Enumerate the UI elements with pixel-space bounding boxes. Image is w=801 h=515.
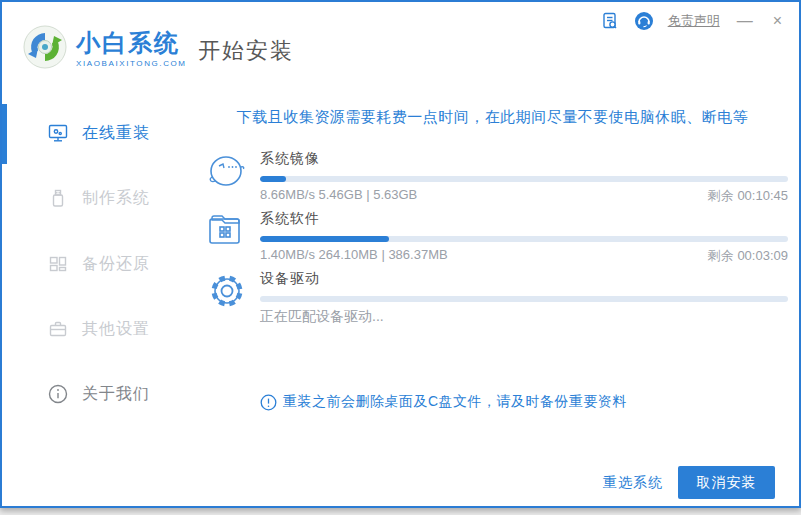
progress-fill	[260, 176, 286, 182]
progress-bar-device-driver	[260, 296, 788, 302]
sidebar-item-online-reinstall[interactable]: 在线重装	[2, 113, 192, 153]
log-document-icon[interactable]	[600, 11, 620, 31]
app-window: 小白系统 XIAOBAIXITONG.COM 开始安装	[0, 0, 801, 515]
software-folder-icon	[206, 210, 248, 252]
blocks-grid-icon	[47, 253, 69, 275]
progress-bar-system-image	[260, 176, 788, 182]
download-stats: 8.66MB/s 5.46GB | 5.63GB	[260, 187, 417, 205]
gear-icon	[206, 270, 248, 312]
sidebar: 在线重装 制作系统	[2, 90, 192, 506]
section-system-image: 系统镜像 8.66MB/s 5.46GB | 5.63GB 剩余 00:10:4…	[192, 150, 799, 202]
driver-status-text: 正在匹配设备驱动...	[260, 308, 788, 326]
backup-notice: 重装之前会删除桌面及C盘文件，请及时备份重要资料	[260, 393, 627, 411]
section-system-software: 系统软件 1.40MB/s 264.10MB | 386.37MB 剩余 00:…	[192, 210, 799, 262]
sidebar-item-label: 其他设置	[82, 319, 150, 340]
download-warning-text: 下载且收集资源需要耗费一点时间，在此期间尽量不要使电脑休眠、断电等	[192, 108, 793, 127]
brand-domain: XIAOBAIXITONG.COM	[76, 59, 187, 68]
sidebar-item-backup-restore[interactable]: 备份还原	[2, 244, 192, 284]
sidebar-item-make-system[interactable]: 制作系统	[2, 178, 192, 218]
close-button[interactable]: ×	[770, 12, 785, 30]
usb-drive-icon	[47, 187, 69, 209]
brand-block: 小白系统 XIAOBAIXITONG.COM	[76, 30, 187, 68]
progress-fill	[260, 236, 389, 242]
installer-window: 小白系统 XIAOBAIXITONG.COM 开始安装	[0, 0, 801, 508]
alert-circle-icon	[260, 394, 277, 411]
minimize-button[interactable]: —	[734, 12, 756, 30]
title-bar-controls: 免责声明 — ×	[600, 10, 785, 32]
brand-name: 小白系统	[76, 30, 187, 56]
page-title: 开始安装	[198, 36, 294, 66]
monitor-icon	[47, 122, 69, 144]
briefcase-icon	[47, 318, 69, 340]
section-title: 设备驱动	[260, 270, 788, 288]
section-device-driver: 设备驱动 正在匹配设备驱动...	[192, 270, 799, 322]
cancel-install-button[interactable]: 取消安装	[678, 466, 775, 499]
sidebar-item-about-us[interactable]: 关于我们	[2, 374, 192, 414]
sidebar-item-label: 关于我们	[82, 384, 150, 405]
main-content: 下载且收集资源需要耗费一点时间，在此期间尽量不要使电脑休眠、断电等 系统镜像	[192, 90, 799, 506]
reselect-system-link[interactable]: 重选系统	[603, 474, 663, 492]
disclaimer-link[interactable]: 免责声明	[668, 12, 720, 30]
info-circle-icon	[47, 383, 69, 405]
backup-notice-text: 重装之前会删除桌面及C盘文件，请及时备份重要资料	[283, 393, 627, 411]
title-bar: 小白系统 XIAOBAIXITONG.COM 开始安装	[2, 2, 799, 90]
section-title: 系统镜像	[260, 150, 788, 168]
sidebar-item-label: 制作系统	[82, 188, 150, 209]
sidebar-item-label: 在线重装	[82, 123, 150, 144]
sidebar-item-label: 备份还原	[82, 254, 150, 275]
time-remaining: 剩余 00:03:09	[708, 247, 788, 265]
customer-service-icon[interactable]	[634, 11, 654, 31]
sidebar-item-other-settings[interactable]: 其他设置	[2, 309, 192, 349]
time-remaining: 剩余 00:10:45	[708, 187, 788, 205]
download-stats: 1.40MB/s 264.10MB | 386.37MB	[260, 247, 448, 265]
mascot-face-icon	[206, 150, 248, 192]
progress-bar-system-software	[260, 236, 788, 242]
xiaobai-logo-icon	[22, 24, 68, 70]
section-title: 系统软件	[260, 210, 788, 228]
